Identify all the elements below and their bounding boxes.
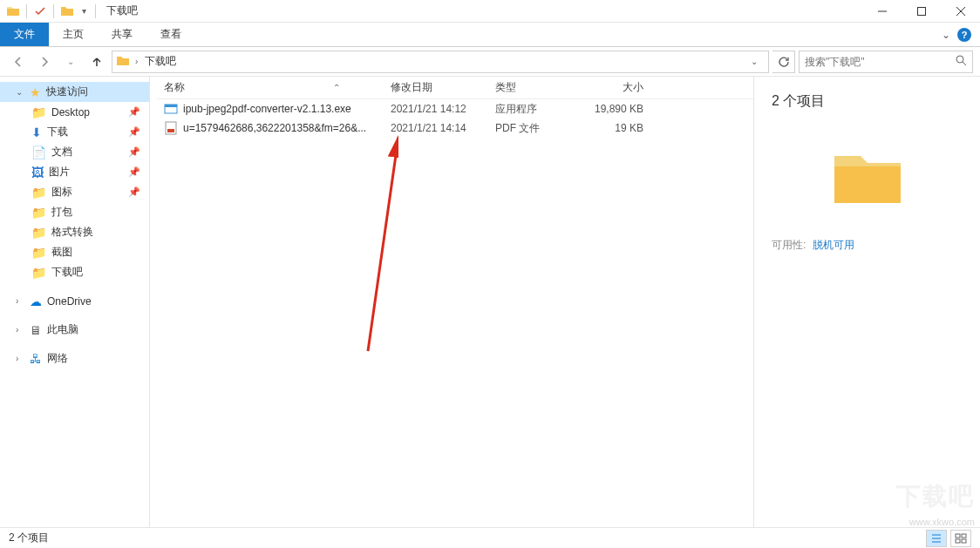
sidebar-item-label: 截图	[51, 245, 72, 260]
sidebar-item[interactable]: 📁 Desktop 📌	[0, 102, 149, 122]
chevron-right-icon[interactable]: ›	[16, 296, 24, 306]
pin-icon: 📌	[128, 186, 140, 198]
status-bar: 2 个项目	[0, 527, 980, 548]
folder-icon: 📁	[31, 105, 46, 119]
quick-access[interactable]: ⌄ ★ 快速访问	[0, 82, 149, 102]
sidebar-item[interactable]: 📁 格式转换	[0, 222, 149, 242]
chevron-right-icon[interactable]: ›	[135, 57, 138, 66]
nav-back-button[interactable]	[7, 51, 30, 73]
sidebar-item[interactable]: 📁 打包	[0, 202, 149, 222]
minimize-button[interactable]	[862, 0, 902, 23]
folder-icon: 📁	[31, 186, 46, 200]
qat-customize-icon[interactable]: ▾	[78, 6, 90, 16]
folder-icon: 📁	[31, 206, 46, 220]
view-details-button[interactable]	[926, 530, 947, 547]
sidebar-item[interactable]: 📄 文档 📌	[0, 142, 149, 162]
star-icon: ★	[30, 85, 41, 99]
ribbon-tab-home[interactable]: 主页	[49, 23, 98, 46]
document-icon: 📄	[31, 145, 46, 159]
picture-icon: 🖼	[31, 166, 44, 179]
chevron-right-icon[interactable]: ›	[16, 325, 24, 335]
ribbon-expand-icon[interactable]: ⌄	[942, 29, 950, 41]
titlebar: ▾ 下载吧	[0, 0, 980, 23]
sidebar-item-label: 打包	[51, 205, 72, 220]
svg-rect-1	[917, 7, 925, 15]
download-icon: ⬇	[31, 125, 42, 139]
file-date: 2021/1/21 14:14	[384, 122, 488, 134]
maximize-button[interactable]	[902, 0, 941, 23]
pdf-file-icon	[164, 121, 178, 135]
column-type[interactable]: 类型	[488, 80, 584, 95]
search-box[interactable]	[799, 51, 973, 73]
sidebar-item[interactable]: 📁 图标 📌	[0, 182, 149, 202]
sidebar-item-label: 图标	[51, 185, 72, 200]
svg-line-5	[963, 62, 966, 65]
content-area: 名称⌃ 修改日期 类型 大小 ipub-jpeg2pdf-converter-v…	[150, 77, 980, 527]
qat-check-icon[interactable]	[32, 3, 48, 19]
breadcrumb[interactable]: 下载吧	[141, 54, 180, 69]
exe-file-icon	[164, 102, 178, 116]
pin-icon: 📌	[128, 126, 140, 138]
network-label: 网络	[47, 351, 68, 366]
address-dropdown-icon[interactable]: ⌄	[744, 51, 765, 72]
file-type: PDF 文件	[488, 121, 584, 136]
address-bar[interactable]: › 下载吧 ⌄	[112, 51, 769, 73]
ribbon-tab-view[interactable]: 查看	[146, 23, 195, 46]
sidebar-item[interactable]: ⬇ 下载 📌	[0, 122, 149, 142]
file-size: 19,890 KB	[584, 103, 654, 115]
svg-rect-16	[956, 539, 960, 543]
search-input[interactable]	[805, 56, 955, 68]
chevron-down-icon[interactable]: ⌄	[16, 87, 24, 97]
nav-recent-button[interactable]: ⌄	[59, 51, 82, 73]
svg-rect-17	[962, 539, 966, 543]
file-list[interactable]: 名称⌃ 修改日期 类型 大小 ipub-jpeg2pdf-converter-v…	[150, 77, 753, 527]
help-icon[interactable]: ?	[957, 28, 971, 42]
file-row[interactable]: u=1579462686,3622201358&fm=26&... 2021/1…	[157, 118, 753, 138]
nav-forward-button[interactable]	[33, 51, 56, 73]
qat-folder-icon[interactable]	[59, 3, 75, 19]
column-size[interactable]: 大小	[584, 80, 654, 95]
this-pc-label: 此电脑	[47, 322, 78, 337]
details-pane: 2 个项目 可用性: 脱机可用	[753, 77, 980, 527]
navigation-pane: ⌄ ★ 快速访问 📁 Desktop 📌⬇ 下载 📌📄 文档 📌🖼 图片 📌📁 …	[0, 77, 150, 527]
folder-icon: 📁	[31, 246, 46, 260]
pin-icon: 📌	[128, 166, 140, 178]
onedrive-label: OneDrive	[47, 295, 92, 308]
refresh-button[interactable]	[772, 51, 795, 73]
sidebar-item-label: Desktop	[51, 106, 90, 118]
chevron-right-icon[interactable]: ›	[16, 354, 24, 363]
file-row[interactable]: ipub-jpeg2pdf-converter-v2.1.13.exe 2021…	[157, 99, 753, 118]
this-pc[interactable]: › 🖥 此电脑	[0, 320, 149, 340]
network[interactable]: › 🖧 网络	[0, 348, 149, 369]
column-date[interactable]: 修改日期	[384, 80, 488, 95]
quick-access-label: 快速访问	[46, 85, 88, 99]
file-name: u=1579462686,3622201358&fm=26&...	[183, 122, 366, 134]
file-size: 19 KB	[584, 122, 654, 134]
nav-up-button[interactable]	[85, 51, 108, 73]
folder-icon: 📁	[31, 266, 46, 280]
close-button[interactable]	[941, 0, 980, 23]
pin-icon: 📌	[128, 146, 140, 158]
ribbon: 文件 主页 共享 查看 ⌄ ?	[0, 23, 980, 47]
view-large-icons-button[interactable]	[950, 530, 971, 547]
annotation-arrow	[224, 133, 398, 369]
onedrive[interactable]: › ☁ OneDrive	[0, 291, 149, 311]
folder-icon-large	[826, 137, 909, 220]
sidebar-item-label: 图片	[49, 165, 70, 179]
sort-asc-icon: ⌃	[333, 83, 340, 92]
network-icon: 🖧	[30, 352, 42, 366]
file-name: ipub-jpeg2pdf-converter-v2.1.13.exe	[183, 103, 351, 115]
navbar: ⌄ › 下载吧 ⌄	[0, 47, 980, 77]
column-name[interactable]: 名称⌃	[157, 80, 384, 95]
sidebar-item[interactable]: 📁 下载吧	[0, 262, 149, 282]
folder-icon: 📁	[31, 226, 46, 240]
sidebar-item[interactable]: 🖼 图片 📌	[0, 162, 149, 182]
watermark-url: www.xkwo.com	[909, 517, 975, 527]
ribbon-tab-share[interactable]: 共享	[98, 23, 146, 46]
sidebar-item[interactable]: 📁 截图	[0, 242, 149, 262]
sidebar-item-label: 文档	[51, 145, 72, 159]
search-icon[interactable]	[955, 54, 967, 69]
cloud-icon: ☁	[30, 294, 42, 308]
svg-rect-14	[956, 534, 960, 538]
ribbon-file-tab[interactable]: 文件	[0, 23, 49, 46]
